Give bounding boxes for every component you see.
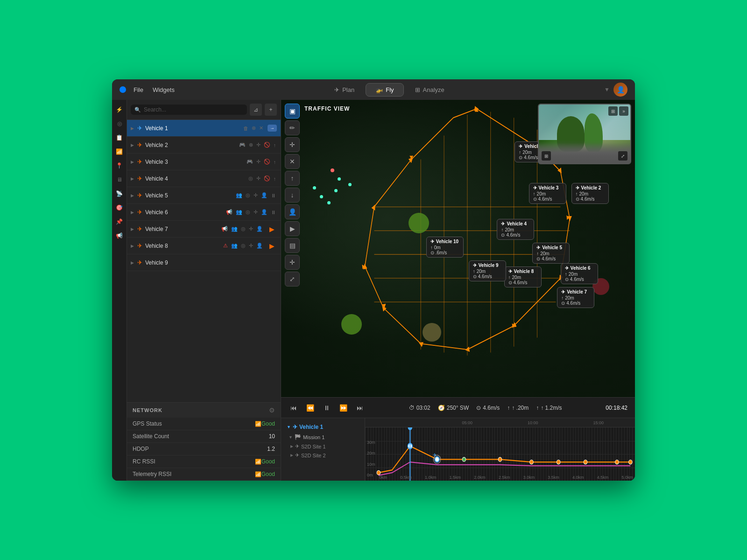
fly-button-1[interactable]: → bbox=[268, 125, 277, 132]
circle-icon-8[interactable]: ◎ bbox=[240, 242, 247, 249]
person-icon-6[interactable]: 👥 bbox=[235, 209, 243, 216]
play-button-7[interactable]: ▶ bbox=[267, 224, 277, 234]
timeline-mission[interactable]: ▼ 🏁 Mission 1 bbox=[281, 432, 365, 442]
cross-icon-1[interactable]: ✕ bbox=[258, 125, 264, 132]
camera-copy-btn[interactable]: ⊞ bbox=[608, 106, 618, 116]
map-layers-tool[interactable]: ▤ bbox=[285, 238, 300, 253]
gamepad-icon-3[interactable]: 🎮 bbox=[246, 158, 254, 165]
map-play-tool[interactable]: ▶ bbox=[285, 221, 300, 236]
tab-plan[interactable]: ✈ Plan bbox=[325, 84, 364, 96]
map-expand-tool[interactable]: ⤢ bbox=[285, 272, 300, 287]
icon-bar-screen[interactable]: 🖥 bbox=[113, 174, 126, 186]
traffic-light[interactable] bbox=[120, 86, 126, 93]
skip-start-button[interactable]: ⏮ bbox=[289, 402, 299, 413]
map-cross-tool[interactable]: ✕ bbox=[285, 154, 300, 169]
delete-icon-1[interactable]: 🗑 bbox=[242, 125, 249, 132]
icon-bar-alert[interactable]: 📢 bbox=[113, 230, 126, 242]
vehicle-row-1[interactable]: ▶ ✈ Vehicle 1 🗑 ⊗ ✕ → bbox=[127, 120, 281, 137]
map-up-tool[interactable]: ↑ bbox=[285, 171, 300, 186]
network-settings-icon[interactable]: ⚙ bbox=[269, 406, 275, 414]
prev-frame-button[interactable]: ⏪ bbox=[304, 402, 316, 413]
filter-button[interactable]: ⊿ bbox=[250, 104, 262, 116]
circle-icon-7[interactable]: ◎ bbox=[240, 225, 247, 232]
warning-icon-8[interactable]: ⚠ bbox=[222, 242, 229, 249]
person2-icon-8[interactable]: 👤 bbox=[255, 242, 264, 249]
person-icon-5[interactable]: 👥 bbox=[235, 192, 243, 199]
widgets-menu[interactable]: Widgets bbox=[153, 86, 175, 93]
user-avatar[interactable]: 👤 bbox=[613, 83, 627, 97]
vehicle-actions-8: ⚠ 👥 ◎ ✛ 👤 ▶ bbox=[222, 241, 277, 251]
map-select-tool[interactable]: ▣ bbox=[285, 104, 300, 119]
joystick-icon-2[interactable]: 🎮 bbox=[238, 141, 247, 148]
skip-end-button[interactable]: ⏭ bbox=[355, 402, 365, 413]
icon-bar-target2[interactable]: 🎯 bbox=[113, 202, 126, 214]
map-container[interactable]: TRAFFIC VIEW ✈ Veh bbox=[281, 100, 635, 397]
play-button-8[interactable]: ▶ bbox=[267, 241, 277, 251]
file-menu[interactable]: File bbox=[134, 86, 143, 93]
move-icon-6[interactable]: ✛ bbox=[253, 209, 259, 216]
pause-icon-6[interactable]: ⏸ bbox=[270, 209, 277, 216]
icon-bar-signal[interactable]: 📶 bbox=[113, 146, 126, 158]
tab-fly[interactable]: 🚁 Fly bbox=[366, 83, 403, 97]
no-fly-icon-2[interactable]: 🚫 bbox=[263, 141, 271, 148]
vehicle-row-5[interactable]: ▶ ✈ Vehicle 5 👥 ◎ ✛ 👤 ⏸ bbox=[127, 187, 281, 204]
vehicle-row-6[interactable]: ▶ ✈ Vehicle 6 📢 👥 ◎ ✛ 👤 ⏸ bbox=[127, 204, 281, 221]
map-waypoint-tool[interactable]: ✛ bbox=[285, 137, 300, 152]
speaker-icon-7[interactable]: 📢 bbox=[220, 225, 229, 232]
person-icon-8[interactable]: 👥 bbox=[230, 242, 239, 249]
elapsed-time: 03:02 bbox=[416, 405, 430, 411]
tab-analyze[interactable]: ⊞ Analyze bbox=[406, 84, 454, 96]
upload-icon-2[interactable]: ↑ bbox=[273, 142, 277, 148]
icon-bar-pin[interactable]: 📌 bbox=[113, 216, 126, 228]
x-label-2: 1.0km bbox=[425, 475, 437, 480]
speaker-icon-6[interactable]: 📢 bbox=[225, 209, 233, 216]
pause-icon-5[interactable]: ⏸ bbox=[270, 192, 277, 199]
vehicle-row-3[interactable]: ▶ ✈ Vehicle 3 🎮 ✛ 🚫 ↑ bbox=[127, 154, 281, 170]
move-icon-5[interactable]: ✛ bbox=[253, 192, 259, 199]
config-icon-1[interactable]: ⊗ bbox=[251, 125, 257, 132]
icon-bar-mission[interactable]: 📋 bbox=[113, 132, 126, 144]
circle-icon-6[interactable]: ◎ bbox=[245, 209, 251, 216]
circle-icon-4[interactable]: ◎ bbox=[247, 175, 254, 182]
search-input[interactable] bbox=[144, 106, 243, 113]
person-icon-7[interactable]: 👥 bbox=[230, 225, 239, 232]
vehicle-row-7[interactable]: ▶ ✈ Vehicle 7 📢 👥 ◎ ✛ 👤 ▶ bbox=[127, 221, 281, 238]
upload-icon-4[interactable]: ↑ bbox=[273, 175, 277, 182]
nofly-icon-3[interactable]: 🚫 bbox=[263, 158, 271, 165]
camera-more-btn[interactable]: » bbox=[619, 106, 628, 116]
move-icon-4[interactable]: ✛ bbox=[255, 175, 261, 182]
next-frame-button[interactable]: ⏩ bbox=[338, 402, 349, 413]
circle-icon-5[interactable]: ◎ bbox=[245, 192, 251, 199]
camera-grid-btn[interactable]: ⊞ bbox=[542, 151, 551, 161]
map-draw-tool[interactable]: ✏ bbox=[285, 120, 300, 135]
person2-icon-7[interactable]: 👤 bbox=[255, 225, 264, 232]
svg-point-18 bbox=[377, 470, 381, 475]
move-icon-7[interactable]: ✛ bbox=[248, 225, 254, 232]
timeline-vehicle-item[interactable]: ▼ ✈ Vehicle 1 bbox=[281, 422, 365, 432]
vehicle-list: ▶ ✈ Vehicle 1 🗑 ⊗ ✕ → ▶ ✈ Vehicle 2 bbox=[127, 120, 281, 402]
map-down-tool[interactable]: ↓ bbox=[285, 188, 300, 203]
map-pan-tool[interactable]: ✛ bbox=[285, 255, 300, 270]
icon-bar-lightning[interactable]: ⚡ bbox=[113, 104, 126, 116]
pause-button[interactable]: ⏸ bbox=[322, 402, 332, 413]
config2-icon-2[interactable]: ⊗ bbox=[248, 141, 254, 148]
nofly-icon-4[interactable]: 🚫 bbox=[263, 175, 271, 182]
camera-fullscreen-btn[interactable]: ⤢ bbox=[618, 151, 627, 161]
timeline-site-1[interactable]: ▶ ✈ S2D Site 1 bbox=[281, 442, 365, 451]
icon-bar-location[interactable]: 📍 bbox=[113, 160, 126, 172]
icon-bar-radio[interactable]: 📡 bbox=[113, 188, 126, 200]
move-icon-3[interactable]: ✛ bbox=[255, 158, 261, 165]
vehicle-row-2[interactable]: ▶ ✈ Vehicle 2 🎮 ⊗ ✛ 🚫 ↑ bbox=[127, 137, 281, 154]
add-vehicle-button[interactable]: + bbox=[265, 104, 277, 116]
upload-icon-3[interactable]: ↑ bbox=[273, 159, 277, 165]
icon-bar-target[interactable]: ◎ bbox=[113, 118, 126, 130]
move-icon-8[interactable]: ✛ bbox=[248, 242, 254, 249]
timeline-site-2[interactable]: ▶ ✈ S2D Site 2 bbox=[281, 451, 365, 460]
person2-icon-6[interactable]: 👤 bbox=[260, 209, 268, 216]
vehicle-row-4[interactable]: ▶ ✈ Vehicle 4 ◎ ✛ 🚫 ↑ bbox=[127, 170, 281, 187]
vehicle-row-9[interactable]: ▶ ✈ Vehicle 9 bbox=[127, 254, 281, 271]
move-icon-2[interactable]: ✛ bbox=[255, 141, 261, 148]
person2-icon-5[interactable]: 👤 bbox=[260, 192, 268, 199]
map-person-tool[interactable]: 👤 bbox=[285, 204, 300, 219]
vehicle-row-8[interactable]: ▶ ✈ Vehicle 8 ⚠ 👥 ◎ ✛ 👤 ▶ bbox=[127, 238, 281, 254]
